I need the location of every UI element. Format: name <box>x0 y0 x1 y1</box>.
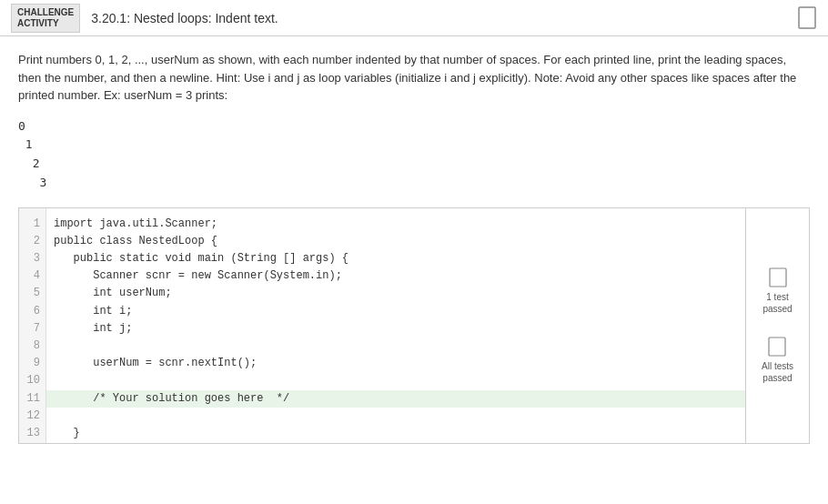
description-text: Print numbers 0, 1, 2, ..., userNum as s… <box>18 51 810 105</box>
page-title: 3.20.1: Nested loops: Indent text. <box>91 11 797 25</box>
bottom-section: 1234567891011121314 import java.util.Sca… <box>18 207 810 444</box>
svg-rect-0 <box>799 7 815 28</box>
code-editor[interactable]: 1234567891011121314 import java.util.Sca… <box>18 207 746 444</box>
test2-label: All testspassed <box>762 360 793 384</box>
bookmark-icon[interactable] <box>797 6 817 30</box>
test2-icon <box>768 337 786 357</box>
svg-rect-2 <box>769 338 785 356</box>
example-line-1: 1 <box>18 136 810 155</box>
test1-icon <box>769 267 787 287</box>
example-line-2: 2 <box>18 155 810 174</box>
code-area[interactable]: import java.util.Scanner; public class N… <box>46 208 745 443</box>
example-line-0: 0 <box>18 117 810 136</box>
header: CHALLENGE ACTIVITY 3.20.1: Nested loops:… <box>0 0 828 36</box>
svg-rect-1 <box>770 268 786 287</box>
test1-label: 1 testpassed <box>762 291 792 315</box>
example-output: 0 1 2 3 <box>18 117 810 193</box>
example-line-3: 3 <box>18 174 810 193</box>
test2-badge: All testspassed <box>762 337 793 384</box>
test-sidebar: 1 testpassed All testspassed <box>746 207 810 444</box>
challenge-badge: CHALLENGE ACTIVITY <box>11 4 80 33</box>
main-content: Print numbers 0, 1, 2, ..., userNum as s… <box>0 36 828 453</box>
line-numbers: 1234567891011121314 <box>19 208 46 443</box>
test1-badge: 1 testpassed <box>762 267 792 315</box>
